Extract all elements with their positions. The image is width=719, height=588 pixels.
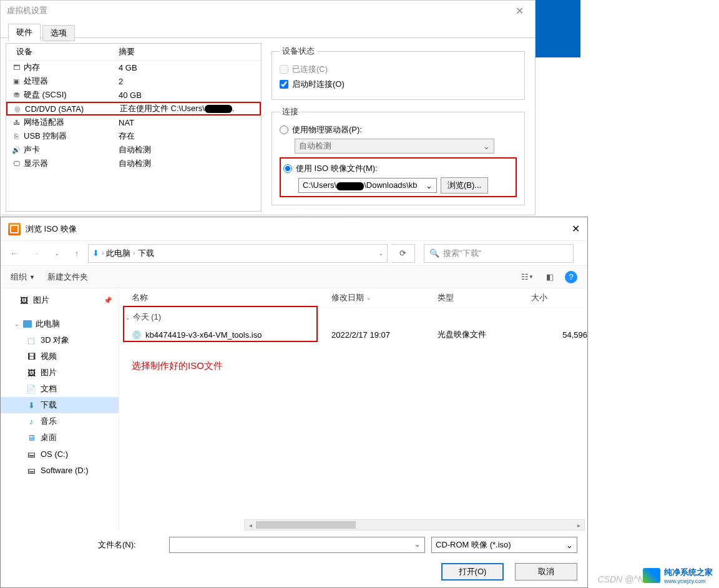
- folder-tree: 🖼图片📌 ⌄此电脑 ⬚3D 对象 🎞视频 🖼图片 📄文档 ⬇下载 ♪音乐 🖥桌面…: [1, 288, 119, 531]
- tree-software-d[interactable]: 🖴Software (D:): [1, 462, 119, 478]
- nav-bar: ← → ⌄ ↑ ⬇ › 此电脑 › 下载 ⌄ ⟳ 🔍 搜索"下载": [1, 241, 587, 266]
- tree-music[interactable]: ♪音乐: [1, 413, 119, 429]
- tabs: 硬件 选项: [1, 21, 535, 38]
- chevron-right-icon[interactable]: ›: [133, 250, 135, 257]
- hdd-icon: ⛃: [11, 90, 21, 100]
- filename-label: 文件名(N):: [98, 539, 136, 551]
- scrollbar-thumb[interactable]: [256, 521, 356, 529]
- search-placeholder: 搜索"下载": [443, 248, 481, 259]
- pin-icon: 📌: [104, 296, 112, 305]
- tree-documents[interactable]: 📄文档: [1, 381, 119, 397]
- chevron-down-icon[interactable]: ⌄: [378, 250, 383, 257]
- connection-legend: 连接: [280, 106, 301, 117]
- up-icon[interactable]: ↑: [69, 245, 84, 262]
- cd-icon: ◎: [12, 104, 22, 114]
- breadcrumb[interactable]: ⬇ › 此电脑 › 下载 ⌄: [88, 244, 388, 263]
- chevron-down-icon[interactable]: ⌄: [426, 181, 433, 190]
- cancel-button[interactable]: 取消: [515, 563, 577, 581]
- downloads-icon: ⬇: [26, 400, 37, 410]
- browse-iso-dialog: 浏览 ISO 映像 ✕ ← → ⌄ ↑ ⬇ › 此电脑 › 下载 ⌄ ⟳ 🔍 搜…: [0, 217, 588, 588]
- device-row-display[interactable]: 🖵显示器 自动检测: [6, 157, 261, 170]
- vmware-icon: [8, 223, 21, 235]
- pictures-icon: 🖼: [26, 368, 37, 378]
- back-icon[interactable]: ←: [6, 245, 23, 262]
- chevron-right-icon[interactable]: ›: [102, 250, 104, 257]
- tree-pictures-quick[interactable]: 🖼图片📌: [1, 292, 119, 308]
- forward-icon: →: [27, 245, 44, 262]
- refresh-button[interactable]: ⟳: [391, 244, 415, 263]
- tree-3d-objects[interactable]: ⬚3D 对象: [1, 332, 119, 348]
- dialog-buttons: 打开(O) 取消: [1, 559, 587, 588]
- drive-icon: 🖴: [26, 465, 37, 475]
- column-headers: 名称 修改日期 ⌄ 类型 大小: [119, 288, 587, 308]
- use-iso-radio-row[interactable]: 使用 ISO 映像文件(M):: [283, 161, 513, 176]
- device-row-cddvd[interactable]: ◎CD/DVD (SATA) 正在使用文件 C:\Users\.: [6, 102, 261, 115]
- use-physical-radio-row[interactable]: 使用物理驱动器(P):: [280, 122, 517, 137]
- col-type[interactable]: 类型: [438, 292, 531, 303]
- device-list: 设备 摘要 🗔内存 4 GB ▣处理器 2 ⛃硬盘 (SCSI) 40 GB ◎…: [6, 43, 262, 212]
- use-physical-radio[interactable]: [280, 125, 288, 134]
- device-row-sound[interactable]: 🔊声卡 自动检测: [6, 143, 261, 157]
- help-icon[interactable]: ?: [565, 271, 577, 283]
- pictures-icon: 🖼: [18, 295, 29, 305]
- device-status-group: 设备状态 已连接(C) 启动时连接(O): [271, 46, 525, 100]
- status-legend: 设备状态: [280, 46, 317, 57]
- videos-icon: 🎞: [26, 351, 37, 361]
- preview-pane-icon[interactable]: ◧: [542, 271, 557, 283]
- sound-icon: 🔊: [11, 145, 21, 155]
- file-type-select[interactable]: CD-ROM 映像 (*.iso) ⌄: [431, 537, 577, 553]
- search-input[interactable]: 🔍 搜索"下载": [424, 244, 574, 263]
- device-row-usb[interactable]: ⎘USB 控制器 存在: [6, 129, 261, 143]
- connect-on-power-row[interactable]: 启动时连接(O): [280, 77, 517, 92]
- desktop-icon: 🖥: [26, 433, 37, 443]
- brand-name: 纯净系统之家: [664, 567, 713, 577]
- tree-videos[interactable]: 🎞视频: [1, 348, 119, 365]
- device-row-cpu[interactable]: ▣处理器 2: [6, 74, 261, 88]
- vm-settings-window: 虚拟机设置 ✕ 硬件 选项 设备 摘要 🗔内存 4 GB ▣处理器 2 ⛃硬盘 …: [0, 0, 536, 215]
- new-folder-button[interactable]: 新建文件夹: [47, 272, 88, 283]
- scroll-left-icon[interactable]: ◂: [245, 520, 256, 530]
- breadcrumb-downloads[interactable]: 下载: [138, 248, 154, 259]
- tree-this-pc[interactable]: ⌄此电脑: [1, 316, 119, 332]
- iso-path-input[interactable]: C:\Users\\Downloads\kb ⌄: [298, 178, 437, 193]
- connected-checkbox-row[interactable]: 已连接(C): [280, 62, 517, 77]
- close-icon[interactable]: ✕: [572, 223, 580, 235]
- col-name[interactable]: 名称: [132, 292, 331, 303]
- open-button[interactable]: 打开(O): [441, 563, 504, 581]
- tab-hardware[interactable]: 硬件: [8, 24, 41, 41]
- background-strip: [536, 0, 580, 57]
- scroll-right-icon[interactable]: ▸: [573, 520, 584, 530]
- device-row-memory[interactable]: 🗔内存 4 GB: [6, 61, 261, 74]
- connect-on-power-checkbox[interactable]: [280, 80, 288, 89]
- device-row-network[interactable]: 🖧网络适配器 NAT: [6, 115, 261, 129]
- view-mode-icon[interactable]: ☷ ▼: [520, 271, 535, 283]
- tree-os-c[interactable]: 🖴OS (C:): [1, 446, 119, 462]
- col-size[interactable]: 大小: [531, 292, 587, 303]
- annotation-select-iso: 选择制作好的ISO文件: [132, 360, 600, 372]
- col-modified[interactable]: 修改日期 ⌄: [331, 292, 438, 303]
- tree-pictures[interactable]: 🖼图片: [1, 365, 119, 381]
- drive-icon: 🖴: [26, 449, 37, 459]
- device-list-header: 设备 摘要: [6, 44, 261, 61]
- device-row-hdd[interactable]: ⛃硬盘 (SCSI) 40 GB: [6, 88, 261, 102]
- close-icon[interactable]: ✕: [511, 5, 529, 17]
- device-details: 设备状态 已连接(C) 启动时连接(O) 连接 使用物理驱动器(P): 自动检测: [267, 43, 530, 214]
- tree-downloads[interactable]: ⬇下载: [1, 397, 119, 413]
- tab-options[interactable]: 选项: [42, 25, 75, 41]
- search-icon: 🔍: [429, 248, 439, 258]
- browse-title-bar: 浏览 ISO 映像 ✕: [1, 217, 587, 241]
- settings-title: 虚拟机设置: [7, 5, 47, 16]
- browse-button[interactable]: 浏览(B)...: [441, 177, 488, 194]
- breadcrumb-this-pc[interactable]: 此电脑: [106, 248, 130, 259]
- display-icon: 🖵: [11, 159, 21, 169]
- chevron-down-icon: ⌄: [483, 142, 490, 151]
- horizontal-scrollbar[interactable]: ◂ ▸: [244, 519, 585, 531]
- tree-desktop[interactable]: 🖥桌面: [1, 429, 119, 446]
- physical-drive-select: 自动检测 ⌄: [295, 139, 494, 154]
- filename-input[interactable]: [169, 537, 425, 553]
- expand-icon[interactable]: ⌄: [14, 321, 19, 327]
- organize-button[interactable]: 组织 ▼: [11, 272, 35, 283]
- use-iso-radio[interactable]: [283, 164, 292, 173]
- recent-dropdown-icon[interactable]: ⌄: [48, 245, 66, 262]
- col-summary: 摘要: [119, 46, 135, 57]
